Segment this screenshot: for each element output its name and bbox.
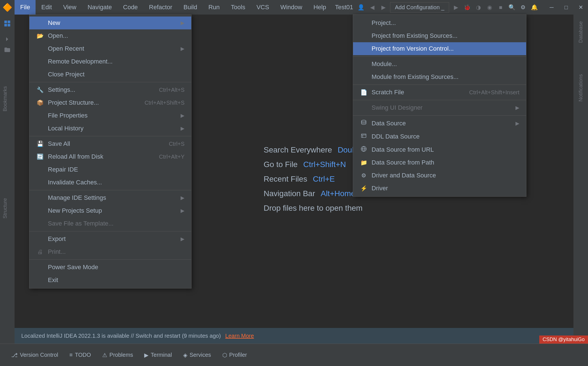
save-all-shortcut: Ctrl+S xyxy=(169,141,185,147)
ddl-data-source-icon xyxy=(360,133,368,140)
menu-view[interactable]: View xyxy=(57,0,82,15)
settings-shortcut: Ctrl+Alt+S xyxy=(159,87,185,93)
debug-icon[interactable]: 🐞 xyxy=(463,3,472,12)
menu-vcs[interactable]: VCS xyxy=(251,0,275,15)
new-submenu-ddl-data-source[interactable]: DDL Data Source xyxy=(353,130,526,143)
back-icon[interactable]: ◀ xyxy=(368,3,377,12)
new-submenu-module-from-existing[interactable]: Module from Existing Sources... xyxy=(353,71,526,83)
file-menu-file-properties[interactable]: File Properties ▶ xyxy=(29,109,191,122)
file-menu-power-save-mode[interactable]: Power Save Mode xyxy=(29,261,191,274)
new-submenu-project-from-vcs[interactable]: Project from Version Control... xyxy=(353,42,526,55)
new-submenu-project[interactable]: Project... xyxy=(353,17,526,29)
new-submenu-data-source-url[interactable]: Data Source from URL xyxy=(353,143,526,156)
forward-icon[interactable]: ▶ xyxy=(379,3,388,12)
file-menu-manage-ide-settings-label: Manage IDE Settings xyxy=(48,194,106,201)
problems-status[interactable]: ⚠ Problems xyxy=(97,344,139,366)
search-everywhere-icon[interactable]: 🔍 xyxy=(507,3,516,12)
settings-icon[interactable]: ⚙ xyxy=(519,3,528,12)
new-submenu-ddl-data-source-label: DDL Data Source xyxy=(372,133,420,140)
profiler-label: Profiler xyxy=(229,352,247,358)
menu-build[interactable]: Build xyxy=(178,0,203,15)
file-menu-remote-dev[interactable]: Remote Development... xyxy=(29,55,191,68)
version-control-status[interactable]: ⎇ Version Control xyxy=(6,344,64,366)
file-menu-invalidate-caches-label: Invalidate Caches... xyxy=(48,179,102,186)
notifications-panel-label[interactable]: Notifications xyxy=(578,70,584,106)
structure-sidebar-label[interactable]: Structure xyxy=(0,196,10,221)
file-menu-exit[interactable]: Exit xyxy=(29,274,191,287)
notifications-icon[interactable]: 🔔 xyxy=(530,3,539,12)
menu-tools[interactable]: Tools xyxy=(225,0,251,15)
sidebar-project-icon[interactable] xyxy=(1,17,14,30)
file-menu-project-structure[interactable]: 📦 Project Structure... Ctrl+Alt+Shift+S xyxy=(29,96,191,109)
file-menu-remote-dev-label: Remote Development... xyxy=(48,58,113,65)
close-button[interactable]: ✕ xyxy=(573,0,588,15)
bookmarks-sidebar-label[interactable]: Bookmarks xyxy=(0,84,10,114)
file-menu-print: 🖨 Print... xyxy=(29,245,191,258)
run-coverage-icon[interactable]: ◑ xyxy=(474,3,483,12)
run-icon[interactable]: ▶ xyxy=(451,3,460,12)
version-control-icon: ⎇ xyxy=(11,352,18,358)
new-submenu-data-source-path[interactable]: 📁 Data Source from Path xyxy=(353,156,526,169)
file-menu: New ▶ 📂 Open... Open Recent ▶ Remote Dev… xyxy=(29,15,192,288)
window-controls: ─ □ ✕ xyxy=(544,0,588,15)
menu-run[interactable]: Run xyxy=(203,0,225,15)
menu-navigate[interactable]: Navigate xyxy=(82,0,118,15)
file-menu-settings[interactable]: 🔧 Settings... Ctrl+Alt+S xyxy=(29,83,191,96)
todo-status[interactable]: ≡ TODO xyxy=(64,344,97,366)
profile-run-icon[interactable]: ◉ xyxy=(485,3,494,12)
new-submenu-module[interactable]: Module... xyxy=(353,58,526,71)
notification-text: Localized IntelliJ IDEA 2022.1.3 is avai… xyxy=(21,333,221,339)
file-menu-close-project[interactable]: Close Project xyxy=(29,68,191,81)
new-submenu-driver[interactable]: ⚡ Driver xyxy=(353,182,526,195)
menu-help[interactable]: Help xyxy=(308,0,332,15)
project-structure-shortcut: Ctrl+Alt+Shift+S xyxy=(144,100,185,106)
menu-edit[interactable]: Edit xyxy=(36,0,57,15)
new-submenu-separator-1 xyxy=(353,56,526,57)
app-icon: 🔶 xyxy=(0,0,15,15)
new-submenu-driver-and-data-source[interactable]: ⚙ Driver and Data Source xyxy=(353,169,526,182)
menu-file[interactable]: File xyxy=(15,0,36,15)
navigation-bar-shortcut: Alt+Home xyxy=(321,189,355,198)
sidebar-expand-icon[interactable] xyxy=(4,36,11,44)
swing-ui-arrow: ▶ xyxy=(515,105,519,111)
file-menu-export-label: Export xyxy=(48,235,66,243)
minimize-button[interactable]: ─ xyxy=(544,0,559,15)
file-properties-arrow-icon: ▶ xyxy=(181,112,185,119)
navigation-bar-label: Navigation Bar xyxy=(264,189,315,198)
sidebar-folder-icon[interactable] xyxy=(4,46,11,55)
goto-file-label: Go to File xyxy=(264,160,298,169)
menu-window[interactable]: Window xyxy=(275,0,308,15)
terminal-status[interactable]: ▶ Terminal xyxy=(139,344,178,366)
file-menu-open[interactable]: 📂 Open... xyxy=(29,29,191,42)
file-menu-manage-ide-settings[interactable]: Manage IDE Settings ▶ xyxy=(29,191,191,204)
database-panel-label[interactable]: Database xyxy=(578,17,584,47)
toolbar-right: 👤 ◀ ▶ Add Configuration _ ▶ 🐞 ◑ ◉ ■ 🔍 ⚙ … xyxy=(356,2,544,13)
print-icon: 🖨 xyxy=(36,249,44,255)
file-menu-repair-ide[interactable]: Repair IDE xyxy=(29,163,191,176)
todo-icon: ≡ xyxy=(69,352,73,358)
learn-more-button[interactable]: Learn More xyxy=(225,333,254,339)
profile-icon[interactable]: 👤 xyxy=(356,3,365,12)
file-menu-export[interactable]: Export ▶ xyxy=(29,233,191,245)
new-submenu-data-source[interactable]: Data Source ▶ xyxy=(353,117,526,130)
new-submenu-scratch-file[interactable]: 📄 Scratch File Ctrl+Alt+Shift+Insert xyxy=(353,86,526,99)
add-configuration-button[interactable]: Add Configuration _ xyxy=(390,2,449,13)
separator-4 xyxy=(29,231,191,231)
file-menu-save-all[interactable]: 💾 Save All Ctrl+S xyxy=(29,137,191,150)
file-menu-invalidate-caches[interactable]: Invalidate Caches... xyxy=(29,176,191,189)
window-title: Test01 xyxy=(332,4,357,11)
profiler-status[interactable]: ⬡ Profiler xyxy=(217,344,253,366)
file-menu-local-history[interactable]: Local History ▶ xyxy=(29,122,191,135)
new-submenu-project-from-existing[interactable]: Project from Existing Sources... xyxy=(353,29,526,42)
file-menu-new-projects-setup[interactable]: New Projects Setup ▶ xyxy=(29,204,191,217)
menu-code[interactable]: Code xyxy=(118,0,144,15)
stop-icon[interactable]: ■ xyxy=(496,3,505,12)
new-submenu-data-source-path-label: Data Source from Path xyxy=(372,159,434,166)
maximize-button[interactable]: □ xyxy=(559,0,573,15)
file-menu-reload[interactable]: 🔄 Reload All from Disk Ctrl+Alt+Y xyxy=(29,150,191,163)
file-menu-new[interactable]: New ▶ xyxy=(29,17,191,29)
menu-refactor[interactable]: Refactor xyxy=(143,0,178,15)
recent-files-shortcut: Ctrl+E xyxy=(313,175,335,184)
services-status[interactable]: ◈ Services xyxy=(178,344,217,366)
file-menu-open-recent[interactable]: Open Recent ▶ xyxy=(29,42,191,55)
